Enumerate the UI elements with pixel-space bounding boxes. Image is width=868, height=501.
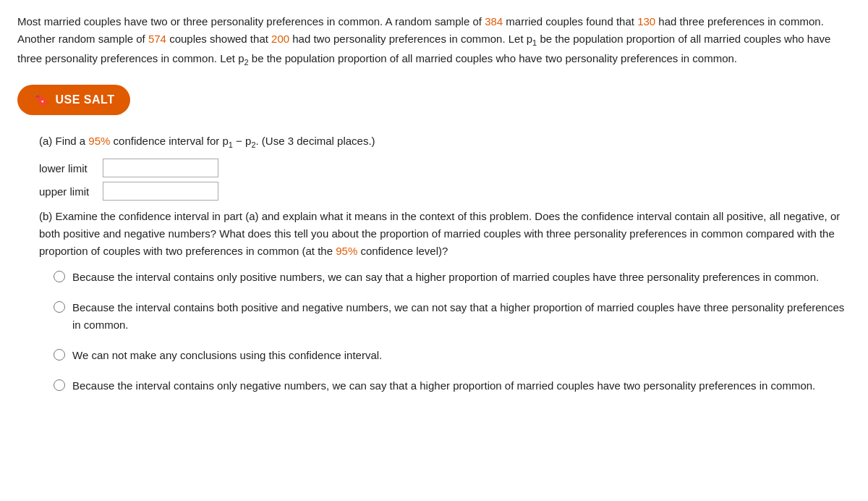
radio-option-1[interactable]: [54, 271, 65, 282]
part-a-header: (a) Find a 95% confidence interval for p…: [39, 132, 851, 151]
num-384: 384: [485, 15, 503, 28]
radio-item-1: Because the interval contains only posit…: [54, 269, 851, 286]
num-574: 574: [148, 33, 166, 45]
radio-label-1[interactable]: Because the interval contains only posit…: [72, 269, 819, 286]
part-a-label2: confidence interval for p: [110, 135, 228, 147]
radio-option-4[interactable]: [54, 379, 65, 391]
salt-icon: 🔖: [33, 92, 50, 108]
part-b-confidence: 95%: [336, 245, 357, 257]
part-a-section: (a) Find a 95% confidence interval for p…: [17, 132, 851, 201]
part-b-text: (b) Examine the confidence interval in p…: [39, 208, 851, 260]
radio-label-2[interactable]: Because the interval contains both posit…: [72, 299, 851, 334]
part-b-section: (b) Examine the confidence interval in p…: [17, 208, 851, 395]
upper-limit-row: upper limit: [39, 182, 851, 201]
part-a-label4: . (Use 3 decimal places.): [256, 135, 375, 147]
radio-item-3: We can not make any conclusions using th…: [54, 347, 851, 364]
lower-limit-row: lower limit: [39, 159, 851, 177]
use-salt-button[interactable]: 🔖 USE SALT: [17, 85, 130, 115]
radio-option-3[interactable]: [54, 349, 65, 361]
lower-limit-label: lower limit: [39, 160, 97, 177]
lower-limit-input[interactable]: [103, 159, 218, 177]
radio-label-4[interactable]: Because the interval contains only negat…: [72, 377, 815, 395]
radio-label-3[interactable]: We can not make any conclusions using th…: [72, 347, 382, 364]
intro-text-4: couples showed that: [166, 33, 271, 45]
upper-limit-input[interactable]: [103, 182, 218, 201]
radio-group: Because the interval contains only posit…: [39, 269, 851, 395]
upper-limit-label: upper limit: [39, 183, 97, 200]
radio-item-4: Because the interval contains only negat…: [54, 377, 851, 395]
part-a-label1: (a) Find a: [39, 135, 88, 147]
intro-paragraph: Most married couples have two or three p…: [17, 13, 851, 69]
salt-button-label: USE SALT: [56, 93, 115, 106]
radio-option-2[interactable]: [54, 301, 65, 313]
part-a-label3: − p: [233, 135, 251, 147]
intro-text-2: married couples found that: [503, 15, 637, 28]
num-130: 130: [637, 15, 655, 28]
intro-text-7: be the population proportion of all marr…: [249, 52, 737, 64]
radio-item-2: Because the interval contains both posit…: [54, 299, 851, 334]
part-a-confidence: 95%: [88, 135, 110, 147]
part-b-text-after: confidence level)?: [357, 245, 448, 257]
intro-text-5: had two personality preferences in commo…: [289, 33, 532, 45]
intro-text-1: Most married couples have two or three p…: [17, 15, 485, 28]
num-200: 200: [271, 33, 289, 45]
